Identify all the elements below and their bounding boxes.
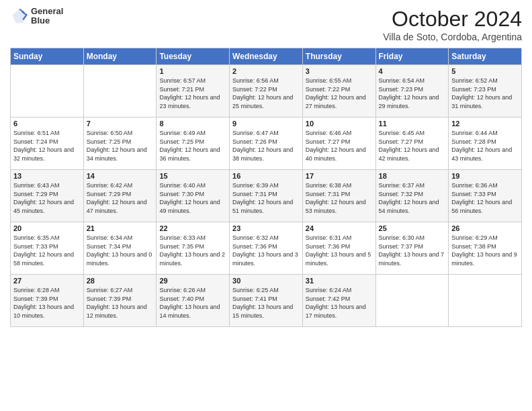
- calendar-cell: 8Sunrise: 6:49 AMSunset: 7:25 PMDaylight…: [157, 118, 230, 170]
- logo-text: General Blue: [31, 7, 63, 26]
- day-number: 15: [159, 172, 226, 180]
- calendar-cell: [449, 275, 522, 327]
- day-info: Sunrise: 6:26 AMSunset: 7:40 PMDaylight:…: [159, 286, 226, 320]
- calendar-page: General Blue October 2024 Villa de Soto,…: [0, 0, 532, 411]
- calendar-cell: [375, 275, 449, 327]
- calendar-cell: [83, 65, 157, 118]
- weekday-header-sunday: Sunday: [11, 48, 84, 65]
- logo-line2: Blue: [31, 16, 63, 26]
- calendar-cell: 9Sunrise: 6:47 AMSunset: 7:26 PMDaylight…: [230, 118, 303, 170]
- calendar-cell: 19Sunrise: 6:36 AMSunset: 7:33 PMDayligh…: [449, 170, 522, 222]
- title-block: October 2024 Villa de Soto, Cordoba, Arg…: [383, 7, 522, 42]
- calendar-cell: 28Sunrise: 6:27 AMSunset: 7:39 PMDayligh…: [83, 275, 157, 327]
- day-info: Sunrise: 6:37 AMSunset: 7:32 PMDaylight:…: [379, 181, 446, 215]
- calendar-cell: 23Sunrise: 6:32 AMSunset: 7:36 PMDayligh…: [230, 222, 303, 275]
- day-info: Sunrise: 6:29 AMSunset: 7:38 PMDaylight:…: [451, 234, 519, 267]
- day-info: Sunrise: 6:40 AMSunset: 7:30 PMDaylight:…: [159, 181, 226, 215]
- calendar-cell: 11Sunrise: 6:45 AMSunset: 7:27 PMDayligh…: [375, 118, 449, 170]
- calendar-cell: 2Sunrise: 6:56 AMSunset: 7:22 PMDaylight…: [230, 65, 303, 118]
- header: General Blue October 2024 Villa de Soto,…: [10, 7, 522, 42]
- calendar-cell: 25Sunrise: 6:30 AMSunset: 7:37 PMDayligh…: [375, 222, 449, 275]
- day-number: 13: [13, 172, 81, 180]
- weekday-header-thursday: Thursday: [302, 48, 375, 65]
- day-info: Sunrise: 6:47 AMSunset: 7:26 PMDaylight:…: [232, 129, 300, 163]
- day-number: 21: [87, 224, 154, 232]
- calendar-cell: 1Sunrise: 6:57 AMSunset: 7:21 PMDaylight…: [157, 65, 230, 118]
- day-info: Sunrise: 6:49 AMSunset: 7:25 PMDaylight:…: [159, 129, 226, 163]
- calendar-week-row: 1Sunrise: 6:57 AMSunset: 7:21 PMDaylight…: [11, 65, 522, 118]
- day-info: Sunrise: 6:54 AMSunset: 7:23 PMDaylight:…: [379, 77, 446, 110]
- day-info: Sunrise: 6:24 AMSunset: 7:42 PMDaylight:…: [306, 286, 373, 320]
- day-number: 14: [87, 172, 154, 180]
- calendar-cell: 31Sunrise: 6:24 AMSunset: 7:42 PMDayligh…: [302, 275, 375, 327]
- weekday-header-wednesday: Wednesday: [230, 48, 303, 65]
- day-number: 31: [306, 277, 373, 285]
- day-number: 2: [232, 67, 300, 75]
- calendar-cell: 4Sunrise: 6:54 AMSunset: 7:23 PMDaylight…: [375, 65, 449, 118]
- day-info: Sunrise: 6:28 AMSunset: 7:39 PMDaylight:…: [13, 286, 81, 320]
- day-number: 18: [379, 172, 446, 180]
- day-info: Sunrise: 6:32 AMSunset: 7:36 PMDaylight:…: [232, 234, 300, 267]
- day-number: 30: [232, 277, 300, 285]
- day-number: 9: [232, 120, 300, 128]
- day-info: Sunrise: 6:34 AMSunset: 7:34 PMDaylight:…: [87, 234, 154, 267]
- weekday-header-tuesday: Tuesday: [157, 48, 230, 65]
- calendar-cell: 29Sunrise: 6:26 AMSunset: 7:40 PMDayligh…: [157, 275, 230, 327]
- weekday-header-monday: Monday: [83, 48, 157, 65]
- day-info: Sunrise: 6:33 AMSunset: 7:35 PMDaylight:…: [159, 234, 226, 267]
- day-info: Sunrise: 6:25 AMSunset: 7:41 PMDaylight:…: [232, 286, 300, 320]
- day-number: 16: [232, 172, 300, 180]
- day-info: Sunrise: 6:44 AMSunset: 7:28 PMDaylight:…: [451, 129, 519, 163]
- day-number: 5: [451, 67, 519, 75]
- day-number: 1: [159, 67, 226, 75]
- day-number: 27: [13, 277, 81, 285]
- day-info: Sunrise: 6:30 AMSunset: 7:37 PMDaylight:…: [379, 234, 446, 267]
- day-number: 19: [451, 172, 519, 180]
- calendar-cell: 6Sunrise: 6:51 AMSunset: 7:24 PMDaylight…: [11, 118, 84, 170]
- calendar-cell: 10Sunrise: 6:46 AMSunset: 7:27 PMDayligh…: [302, 118, 375, 170]
- day-info: Sunrise: 6:45 AMSunset: 7:27 PMDaylight:…: [379, 129, 446, 163]
- location-title: Villa de Soto, Cordoba, Argentina: [383, 32, 522, 42]
- calendar-cell: 5Sunrise: 6:52 AMSunset: 7:23 PMDaylight…: [449, 65, 522, 118]
- calendar-cell: 26Sunrise: 6:29 AMSunset: 7:38 PMDayligh…: [449, 222, 522, 275]
- day-number: 28: [87, 277, 154, 285]
- calendar-week-row: 27Sunrise: 6:28 AMSunset: 7:39 PMDayligh…: [11, 275, 522, 327]
- day-info: Sunrise: 6:36 AMSunset: 7:33 PMDaylight:…: [451, 181, 519, 215]
- logo-line1: General: [31, 7, 63, 16]
- day-number: 8: [159, 120, 226, 128]
- calendar-cell: 3Sunrise: 6:55 AMSunset: 7:22 PMDaylight…: [302, 65, 375, 118]
- month-title: October 2024: [383, 7, 522, 32]
- calendar-cell: 7Sunrise: 6:50 AMSunset: 7:25 PMDaylight…: [83, 118, 157, 170]
- calendar-cell: 18Sunrise: 6:37 AMSunset: 7:32 PMDayligh…: [375, 170, 449, 222]
- day-info: Sunrise: 6:57 AMSunset: 7:21 PMDaylight:…: [159, 77, 226, 110]
- calendar-cell: 27Sunrise: 6:28 AMSunset: 7:39 PMDayligh…: [11, 275, 84, 327]
- day-info: Sunrise: 6:43 AMSunset: 7:29 PMDaylight:…: [13, 181, 81, 215]
- day-number: 17: [306, 172, 373, 180]
- calendar-cell: 21Sunrise: 6:34 AMSunset: 7:34 PMDayligh…: [83, 222, 157, 275]
- day-number: 12: [451, 120, 519, 128]
- day-number: 22: [159, 224, 226, 232]
- calendar-week-row: 6Sunrise: 6:51 AMSunset: 7:24 PMDaylight…: [11, 118, 522, 170]
- day-info: Sunrise: 6:50 AMSunset: 7:25 PMDaylight:…: [87, 129, 154, 163]
- day-number: 25: [379, 224, 446, 232]
- day-number: 20: [13, 224, 81, 232]
- calendar-cell: 24Sunrise: 6:31 AMSunset: 7:36 PMDayligh…: [302, 222, 375, 275]
- calendar-cell: 20Sunrise: 6:35 AMSunset: 7:33 PMDayligh…: [11, 222, 84, 275]
- calendar-cell: 16Sunrise: 6:39 AMSunset: 7:31 PMDayligh…: [230, 170, 303, 222]
- calendar-week-row: 13Sunrise: 6:43 AMSunset: 7:29 PMDayligh…: [11, 170, 522, 222]
- day-number: 26: [451, 224, 519, 232]
- day-number: 11: [379, 120, 446, 128]
- day-info: Sunrise: 6:42 AMSunset: 7:29 PMDaylight:…: [87, 181, 154, 215]
- day-info: Sunrise: 6:56 AMSunset: 7:22 PMDaylight:…: [232, 77, 300, 110]
- day-info: Sunrise: 6:55 AMSunset: 7:22 PMDaylight:…: [306, 77, 373, 110]
- day-info: Sunrise: 6:38 AMSunset: 7:31 PMDaylight:…: [306, 181, 373, 215]
- day-info: Sunrise: 6:46 AMSunset: 7:27 PMDaylight:…: [306, 129, 373, 163]
- day-info: Sunrise: 6:52 AMSunset: 7:23 PMDaylight:…: [451, 77, 519, 110]
- day-number: 10: [306, 120, 373, 128]
- calendar-table: SundayMondayTuesdayWednesdayThursdayFrid…: [10, 48, 522, 327]
- day-info: Sunrise: 6:39 AMSunset: 7:31 PMDaylight:…: [232, 181, 300, 215]
- calendar-week-row: 20Sunrise: 6:35 AMSunset: 7:33 PMDayligh…: [11, 222, 522, 275]
- day-info: Sunrise: 6:27 AMSunset: 7:39 PMDaylight:…: [87, 286, 154, 320]
- calendar-cell: 22Sunrise: 6:33 AMSunset: 7:35 PMDayligh…: [157, 222, 230, 275]
- day-number: 7: [87, 120, 154, 128]
